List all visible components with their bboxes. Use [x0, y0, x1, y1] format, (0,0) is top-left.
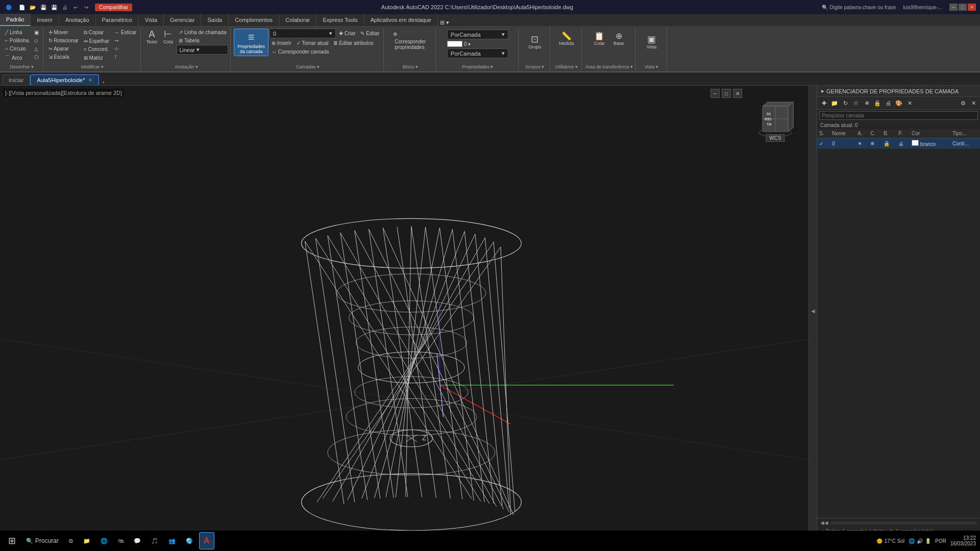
extra-draw-3[interactable]: △	[32, 45, 41, 53]
layer-scrollbar[interactable]	[830, 521, 977, 524]
extra-draw-4[interactable]: ⬡	[32, 53, 41, 61]
copiar-button[interactable]: ⧉ Copiar	[82, 29, 111, 37]
tab-vista[interactable]: Vista	[139, 14, 164, 26]
layer-on[interactable]: ☀	[855, 138, 868, 149]
search-button[interactable]: 🔍 Procurar	[22, 532, 63, 549]
linear-dropdown[interactable]: Linear ▾	[177, 45, 228, 55]
col-status[interactable]: S.	[817, 129, 830, 138]
grupo-button[interactable]: ⊡ Grupo	[526, 34, 544, 51]
tab-padrao[interactable]: Padrão	[0, 14, 31, 26]
tab-inserir[interactable]: Inserir	[31, 14, 59, 26]
aparar-button[interactable]: ✂ Aparar	[46, 45, 81, 53]
start-button[interactable]: ⊞	[4, 532, 20, 549]
tab-complementos[interactable]: Complementos	[229, 14, 279, 26]
layer-toggle-btn[interactable]: ☉	[851, 98, 861, 108]
taskview-button[interactable]: ⧉	[65, 532, 77, 549]
modificar-extra[interactable]: ⊸	[112, 37, 138, 44]
save-as-btn[interactable]: 💾	[50, 3, 59, 12]
battery-icon[interactable]: 🔋	[925, 538, 931, 544]
criar-button[interactable]: ✚ Criar	[337, 30, 357, 37]
close-button[interactable]: ✕	[968, 4, 976, 11]
col-tipo[interactable]: Tipo...	[950, 129, 980, 138]
vp-minimize[interactable]: ─	[710, 89, 720, 98]
tab-gerenciar[interactable]: Gerenciar	[164, 14, 201, 26]
tomar-atual-btn[interactable]: ✓ Tomar atual	[295, 39, 331, 47]
layer-color[interactable]: branco	[910, 138, 950, 149]
esticar-button[interactable]: ↔ Esticar	[112, 29, 138, 36]
col-cor[interactable]: Cor	[910, 129, 950, 138]
circulo-button[interactable]: ○ Círculo	[3, 45, 31, 53]
escala-button[interactable]: ⇲ Escala	[46, 53, 81, 61]
vista-button[interactable]: ▣ Vista	[642, 34, 660, 51]
inserir-camada-btn[interactable]: ⊕ Inserir	[270, 39, 293, 47]
modificar-extra3[interactable]: ⊺	[112, 53, 138, 61]
search-box[interactable]: 🔍 Digite palavra-chave ou frase	[822, 5, 896, 10]
col-nome[interactable]: Nome	[830, 129, 855, 138]
layer-color-btn[interactable]: 🎨	[894, 98, 903, 108]
store-button[interactable]: 🛍	[114, 532, 128, 549]
user-account[interactable]: luis99henrique-...	[903, 5, 942, 10]
vp-close[interactable]: ✕	[733, 89, 742, 98]
undo-btn[interactable]: ↩	[71, 3, 80, 12]
col-a[interactable]: A.	[855, 129, 868, 138]
tab-parametrico[interactable]: Paramétrico	[96, 14, 139, 26]
edge-button[interactable]: 🌐	[96, 532, 112, 549]
editar-button[interactable]: ✎ Editar	[358, 30, 381, 37]
clock[interactable]: 13:22 16/03/2023	[950, 535, 976, 546]
editar-atributos-btn[interactable]: ≣ Editar atributos	[331, 39, 375, 47]
maximize-button[interactable]: □	[959, 4, 967, 11]
layer-plot-btn[interactable]: 🖨	[884, 98, 893, 108]
arco-button[interactable]: ⌒ Arco	[3, 53, 31, 62]
cota-button[interactable]: ⊢ Cota	[160, 29, 176, 45]
language-indicator[interactable]: POR	[935, 538, 946, 544]
modificar-extra2[interactable]: ⊹	[112, 45, 138, 53]
discord-button[interactable]: 💬	[130, 532, 145, 549]
layer-collapse-btn[interactable]: ▸	[821, 88, 824, 94]
medida-button[interactable]: 📏 Medida	[557, 31, 576, 47]
tab-anotacao[interactable]: Anotação	[59, 14, 95, 26]
add-tab-button[interactable]: +	[99, 79, 108, 85]
colar-button[interactable]: 📋 Colar	[590, 31, 608, 47]
chrome-button[interactable]: 🌏	[182, 532, 197, 549]
tabela-button[interactable]: ⊞ Tabela	[177, 37, 228, 44]
mover-button[interactable]: ✛ Mover	[46, 29, 81, 36]
viewport[interactable]: [-][Vista personalizada][Estrutura de ar…	[0, 86, 808, 536]
spotify-button[interactable]: 🎵	[147, 532, 162, 549]
panel-collapse-button[interactable]: ◀	[808, 86, 817, 536]
linha-chamada-button[interactable]: ↗ Linha de chamada	[177, 29, 228, 36]
explorer-button[interactable]: 📁	[79, 532, 94, 549]
new-layer-btn[interactable]: ✚	[819, 98, 828, 108]
corresponder-btn[interactable]: ↔ Corresponder camada	[270, 48, 331, 56]
matriz-button[interactable]: ⊞ Matriz	[82, 54, 111, 62]
layer-freeze[interactable]: ❄	[868, 138, 881, 149]
network-icon[interactable]: 🌐	[909, 538, 915, 544]
table-row[interactable]: ✓ 0 ☀ ❄ 🔒 🖨 branco Contí...	[817, 138, 980, 149]
tab-colaborar[interactable]: Colaborar	[279, 14, 316, 26]
polilinha-button[interactable]: ⌐ Polilinha	[3, 37, 31, 44]
extra-draw-2[interactable]: ◇	[32, 37, 41, 44]
expand-btn[interactable]: ◀◀	[820, 520, 828, 525]
layer-delete-btn[interactable]: ✕	[905, 98, 914, 108]
tab-aula5[interactable]: Aula5Hiperboloide* ✕	[30, 74, 99, 85]
layer-settings-btn[interactable]: ⚙	[959, 98, 968, 108]
linetype-dropdown[interactable]: PorCamada ▾	[447, 30, 508, 39]
layer-refresh-btn[interactable]: ↻	[841, 98, 850, 108]
tab-aula5-close[interactable]: ✕	[88, 78, 92, 83]
layer-lock-btn[interactable]: 🔒	[873, 98, 882, 108]
layer-search-input[interactable]	[819, 111, 978, 120]
new-btn[interactable]: 📄	[17, 3, 27, 12]
espelhar-button[interactable]: ⇔ Espelhar	[82, 37, 111, 45]
layer-freeze-btn[interactable]: ❄	[862, 98, 871, 108]
base-button[interactable]: ⊕ Base	[609, 31, 628, 47]
tab-aplicativos[interactable]: Aplicativos em destaque	[364, 14, 438, 26]
tab-iniciar[interactable]: Iniciar	[2, 74, 30, 85]
weather-widget[interactable]: 🌞 17°C Sol	[876, 538, 905, 544]
linha-button[interactable]: ╱ Linha	[3, 29, 31, 36]
redo-btn[interactable]: ↪	[82, 3, 91, 12]
layer-close-btn[interactable]: ✕	[969, 98, 978, 108]
teams-button[interactable]: 👥	[164, 532, 180, 549]
layer-dropdown[interactable]: 0 ▾	[270, 29, 336, 38]
minimize-button[interactable]: ─	[949, 4, 958, 11]
navigation-cube[interactable]: DI REI TA WCS	[752, 96, 798, 142]
share-button[interactable]: Compartilhar	[95, 4, 132, 11]
